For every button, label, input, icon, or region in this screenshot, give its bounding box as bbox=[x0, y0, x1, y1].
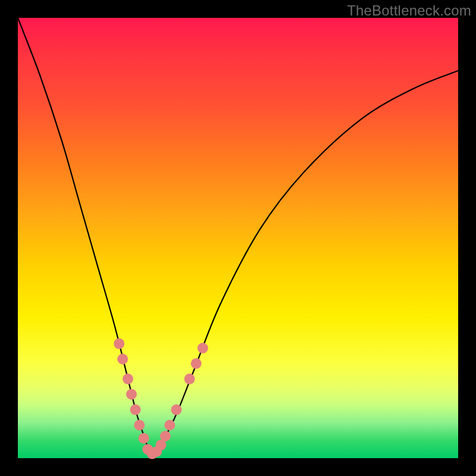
curve-marker bbox=[184, 374, 195, 384]
curve-marker bbox=[164, 420, 175, 431]
curve-marker bbox=[198, 343, 208, 353]
curve-markers bbox=[114, 339, 208, 459]
curve-marker bbox=[139, 433, 149, 444]
plot-area bbox=[18, 18, 458, 458]
curve-marker bbox=[171, 405, 181, 415]
watermark-text: TheBottleneck.com bbox=[347, 2, 471, 19]
bottleneck-curve bbox=[18, 18, 458, 455]
curve-marker bbox=[160, 431, 171, 441]
curve-marker bbox=[130, 405, 141, 415]
curve-svg bbox=[18, 18, 458, 458]
curve-marker bbox=[114, 339, 124, 349]
chart-frame: TheBottleneck.com bbox=[0, 0, 476, 476]
curve-marker bbox=[191, 358, 202, 369]
curve-marker bbox=[134, 420, 145, 431]
curve-marker bbox=[126, 389, 137, 400]
curve-marker bbox=[117, 354, 128, 365]
curve-marker bbox=[123, 374, 133, 384]
